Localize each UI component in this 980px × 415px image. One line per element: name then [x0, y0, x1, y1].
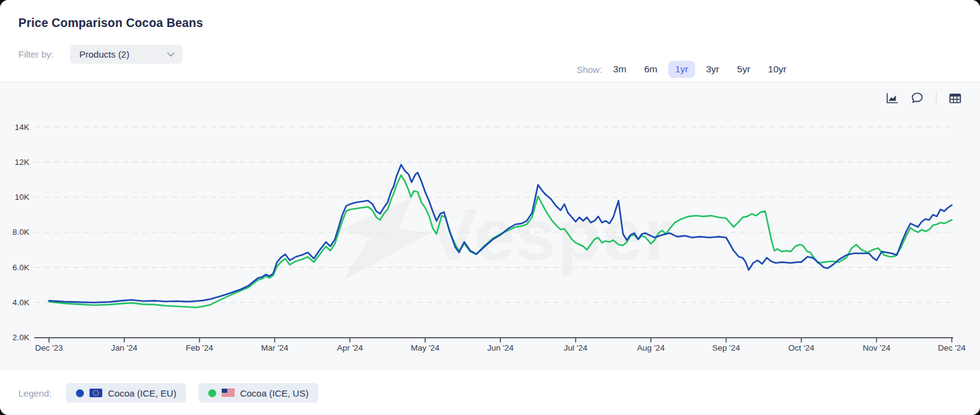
timerange-chip-5yr[interactable]: 5yr — [730, 61, 757, 78]
card-header: Price Comparison Cocoa Beans Filter by: … — [0, 0, 980, 82]
show-label: Show: — [576, 64, 602, 75]
x-axis-tick-label: Aug '24 — [637, 343, 665, 352]
y-axis-tick-label: 6.0K — [12, 263, 29, 272]
products-dropdown[interactable]: Products (2) — [70, 45, 183, 64]
timerange-chip-3yr[interactable]: 3yr — [699, 61, 726, 78]
price-comparison-card: Price Comparison Cocoa Beans Filter by: … — [0, 0, 980, 415]
y-axis-tick-label: 12K — [15, 158, 29, 167]
products-dropdown-value: Products (2) — [80, 49, 130, 59]
us-flag-icon — [222, 389, 235, 397]
legend-row: Legend: Cocoa (ICE, EU)Cocoa (ICE, US) — [0, 371, 980, 415]
legend-pill-label: Cocoa (ICE, US) — [240, 388, 309, 398]
x-axis-tick-label: Apr '24 — [337, 343, 363, 352]
chart-toolbar — [886, 92, 962, 104]
y-axis-tick-label: 2.0K — [12, 333, 29, 342]
filter-by-label: Filter by: — [18, 49, 54, 59]
table-icon[interactable] — [949, 93, 962, 104]
svg-text:Vesper: Vesper — [429, 194, 673, 275]
timerange-options: 3m6m1yr3yr5yr10yr — [606, 61, 793, 78]
y-axis-tick-label: 10K — [15, 192, 29, 202]
x-axis-tick-label: Jan '24 — [111, 343, 138, 352]
x-axis-tick-label: Oct '24 — [788, 343, 815, 352]
legend-pills: Cocoa (ICE, EU)Cocoa (ICE, US) — [66, 383, 318, 403]
x-axis-tick-label: Feb '24 — [186, 343, 213, 352]
x-axis-tick-label: Sep '24 — [712, 343, 741, 352]
toolbar-divider — [936, 92, 937, 104]
x-axis-tick-label: Jun '24 — [487, 343, 514, 352]
legend-label: Legend: — [18, 388, 51, 398]
price-chart[interactable]: Vesper2.0K4.0K6.0K8.0K10K12K14KDec '23Ja… — [0, 82, 980, 371]
x-axis-tick-label: Jul '24 — [564, 343, 588, 352]
series-dot — [76, 389, 84, 397]
page-title: Price Comparison Cocoa Beans — [18, 16, 203, 30]
x-axis-tick-label: Dec '23 — [35, 343, 62, 352]
legend-pill-eu[interactable]: Cocoa (ICE, EU) — [66, 383, 186, 403]
chart-section: Vesper2.0K4.0K6.0K8.0K10K12K14KDec '23Ja… — [0, 82, 980, 371]
x-axis-tick-label: Dec '24 — [938, 343, 966, 352]
timerange-selector: Show: 3m6m1yr3yr5yr10yr — [576, 61, 793, 78]
series-dot — [208, 389, 216, 397]
timerange-chip-1yr[interactable]: 1yr — [668, 61, 695, 78]
y-axis-tick-label: 14K — [15, 123, 29, 132]
timerange-chip-3m[interactable]: 3m — [606, 61, 633, 78]
y-axis-tick-label: 8.0K — [12, 227, 29, 237]
chevron-down-icon — [167, 52, 175, 57]
comments-icon[interactable] — [911, 92, 924, 104]
area-chart-icon[interactable] — [886, 93, 899, 104]
legend-pill-label: Cocoa (ICE, EU) — [108, 388, 176, 398]
x-axis-tick-label: Nov '24 — [862, 343, 891, 352]
legend-pill-us[interactable]: Cocoa (ICE, US) — [198, 383, 318, 403]
y-axis-tick-label: 4.0K — [12, 298, 29, 307]
timerange-chip-6m[interactable]: 6m — [638, 61, 665, 78]
x-axis-tick-label: May '24 — [411, 343, 440, 352]
filter-row: Filter by: Products (2) — [18, 45, 183, 64]
x-axis-tick-label: Mar '24 — [261, 343, 288, 352]
timerange-chip-10yr[interactable]: 10yr — [761, 61, 793, 78]
eu-flag-icon — [89, 389, 102, 397]
